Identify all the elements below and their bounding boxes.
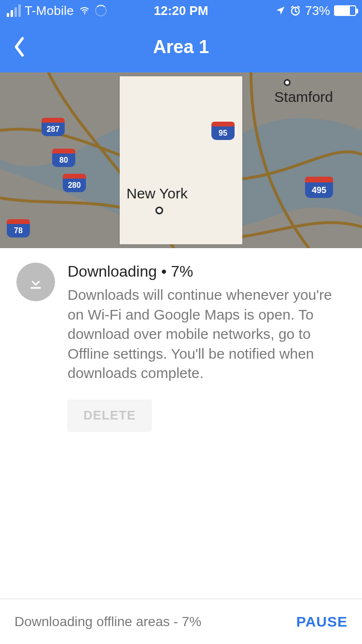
battery-icon xyxy=(334,5,356,16)
status-bar: T-Mobile 12:20 PM 73% xyxy=(0,0,362,21)
back-button[interactable] xyxy=(8,35,31,58)
download-status: Downloading • 7% xyxy=(68,263,348,280)
clock: 12:20 PM xyxy=(0,3,362,18)
bottom-status-text: Downloading offline areas - 7% xyxy=(14,614,201,630)
content-body: Downloading • 7% Downloads will continue… xyxy=(0,248,362,599)
battery-fill xyxy=(335,6,350,15)
map-city-marker xyxy=(155,207,163,214)
pause-button[interactable]: PAUSE xyxy=(296,614,348,630)
bottom-bar: Downloading offline areas - 7% PAUSE xyxy=(0,599,362,644)
chevron-left-icon xyxy=(13,36,26,57)
download-description: Downloads will continue whenever you're … xyxy=(68,285,348,383)
map-city-label: New York xyxy=(126,185,188,202)
interstate-shield-icon: 95 xyxy=(211,122,235,140)
download-icon xyxy=(16,263,55,301)
map-selection-window: 95 xyxy=(120,76,242,244)
svg-rect-4 xyxy=(31,287,41,289)
delete-button[interactable]: DELETE xyxy=(68,400,152,432)
map-preview[interactable]: 287 80 280 78 495 Stamford 95 New York xyxy=(0,72,362,248)
app-header: Area 1 xyxy=(0,21,362,72)
page-title: Area 1 xyxy=(0,37,362,57)
